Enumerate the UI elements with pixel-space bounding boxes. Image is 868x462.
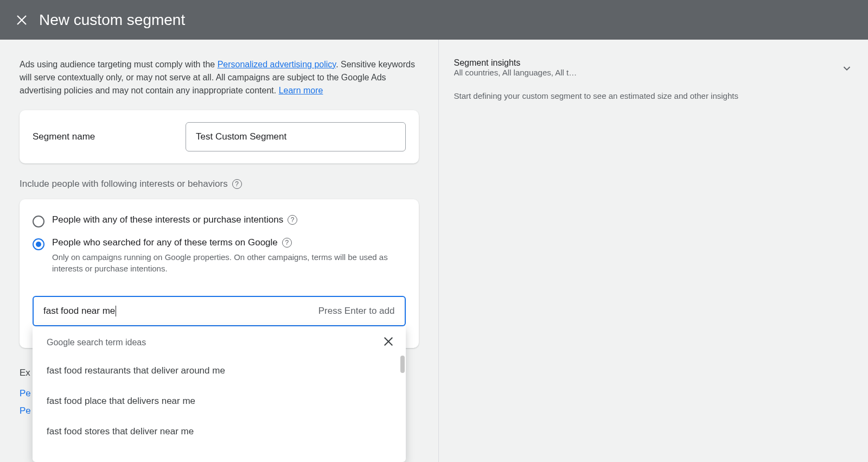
help-icon[interactable]: ? (288, 215, 297, 225)
option-searched-label: People who searched for any of these ter… (52, 237, 406, 248)
option-interests-row[interactable]: People with any of these interests or pu… (33, 214, 406, 227)
search-term-input[interactable]: fast food near me Press Enter to add (33, 296, 406, 326)
include-label-text: Include people with following interests … (20, 179, 228, 189)
option-interests-text: People with any of these interests or pu… (52, 214, 283, 225)
search-term-wrapper: fast food near me Press Enter to add Goo… (33, 296, 406, 326)
page-title: New custom segment (39, 11, 185, 29)
suggestions-close-button[interactable] (383, 336, 394, 349)
learn-more-link[interactable]: Learn more (279, 86, 323, 95)
option-interests-label: People with any of these interests or pu… (52, 214, 297, 225)
option-searched-desc: Only on campaigns running on Google prop… (52, 251, 406, 274)
suggestions-list: fast food restaurants that deliver aroun… (33, 356, 406, 447)
suggestions-dropdown: Google search term ideas fast food resta… (33, 326, 406, 462)
close-icon (383, 336, 394, 347)
text-caret (116, 306, 116, 317)
options-card: People with any of these interests or pu… (20, 199, 419, 348)
option-searched-text: People who searched for any of these ter… (52, 237, 278, 248)
search-term-hint: Press Enter to add (318, 306, 395, 317)
segment-name-label: Segment name (33, 131, 168, 142)
help-icon[interactable]: ? (232, 179, 242, 189)
help-icon[interactable]: ? (282, 238, 292, 248)
close-icon (16, 14, 28, 26)
insights-panel: Segment insights All countries, All lang… (439, 40, 869, 462)
insights-description: Start defining your custom segment to se… (454, 90, 853, 103)
segment-name-card: Segment name (20, 110, 419, 163)
include-label: Include people with following interests … (20, 179, 419, 189)
chevron-down-icon (841, 62, 853, 74)
scrollbar-thumb[interactable] (400, 356, 405, 373)
close-button[interactable] (15, 14, 28, 27)
main-panel: Ads using audience targeting must comply… (0, 40, 439, 462)
segment-name-input[interactable] (186, 122, 406, 151)
radio-interests[interactable] (33, 216, 44, 227)
policy-link[interactable]: Personalized advertising policy (218, 60, 336, 69)
modal-header: New custom segment (0, 0, 868, 40)
notice-text-before: Ads using audience targeting must comply… (20, 60, 218, 69)
policy-notice: Ads using audience targeting must comply… (20, 58, 419, 97)
insights-subtitle: All countries, All languages, All typ… (454, 68, 579, 77)
insights-expand-toggle[interactable] (841, 62, 853, 77)
suggestions-title: Google search term ideas (47, 338, 146, 347)
search-term-value: fast food near me (43, 306, 116, 317)
option-searched-row[interactable]: People who searched for any of these ter… (33, 237, 406, 274)
suggestion-item[interactable]: fast food restaurants that deliver aroun… (33, 356, 406, 386)
radio-searched[interactable] (33, 238, 44, 250)
suggestion-item[interactable]: fast food place that delivers near me (33, 386, 406, 416)
insights-title: Segment insights (454, 58, 836, 68)
suggestion-item[interactable]: fast food stores that deliver near me (33, 416, 406, 447)
